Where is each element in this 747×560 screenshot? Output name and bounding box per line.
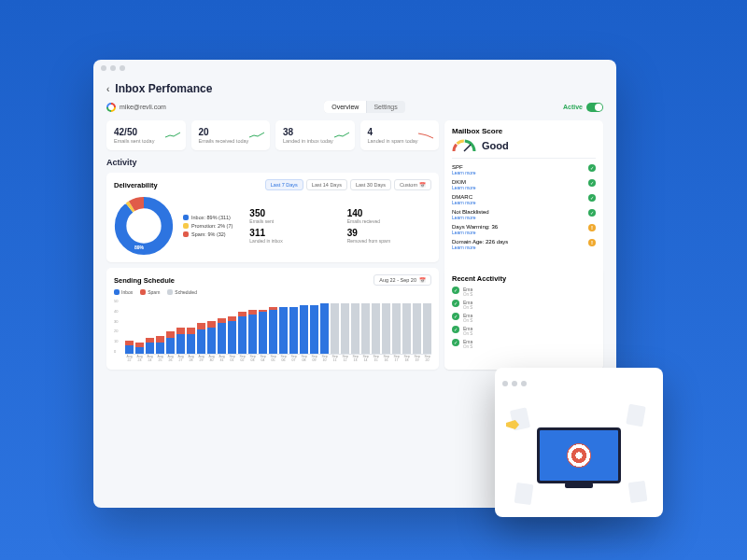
x-tick: Sep03 [248,356,257,363]
back-icon[interactable]: ‹ [106,84,109,94]
deliverability-title: Deliverability [114,181,158,189]
date-range-picker[interactable]: Aug 22 - Sep 20📅 [374,274,431,286]
check-item: Domain Age: 226 daysLearn more [452,239,596,250]
x-tick: Aug22 [125,356,134,363]
svg-line-0 [464,145,471,151]
bar-segment [413,303,421,354]
deliverability-card: Deliverability Last 7 Days Last 14 Days … [106,173,439,262]
sparkline-icon [249,126,264,133]
bar-column: Aug26 [166,299,175,354]
range-tabs: Last 7 Days Last 14 Days Last 30 Days Cu… [265,179,431,190]
check-item: DKIMLearn more [452,179,596,190]
warn-icon [588,224,596,231]
learn-more-link[interactable]: Learn more [452,170,476,175]
bar-column: Sep11 [331,299,339,354]
x-tick: Aug25 [156,356,164,363]
active-toggle[interactable] [586,103,603,112]
x-tick: Aug31 [218,356,226,363]
bar-segment [341,303,349,354]
tab-settings[interactable]: Settings [366,101,404,113]
bar-column: Sep06 [279,299,288,354]
stat-sent: 42/50 Emails sent today [106,120,186,150]
active-toggle-wrap: Active [563,103,603,112]
window-titlebar [93,60,616,77]
bar-column: Aug25 [156,299,164,354]
range-14d[interactable]: Last 14 Days [306,179,347,190]
deliverability-stats: 350Emails sent140Emails recieved311Lande… [249,208,431,244]
donut-chart: 89% 9% [114,196,174,256]
calendar-icon: 📅 [419,277,426,283]
calendar-icon: 📅 [419,182,426,188]
bar-segment [310,305,318,354]
legend-item: Spam: 9% (32) [183,231,233,237]
bar-column: Aug29 [197,299,205,354]
learn-more-link[interactable]: Learn more [452,230,498,235]
range-30d[interactable]: Last 30 Days [350,179,391,190]
mailbox-title: Mailbox Score [452,127,596,135]
bar-segment [248,315,257,354]
learn-more-link[interactable]: Learn more [452,245,508,250]
check-icon [452,313,459,320]
bar-column: Aug31 [218,299,226,354]
recent-item: EmaOn S [452,287,596,297]
bar-segment [156,343,164,354]
x-tick: Sep09 [310,356,318,363]
x-tick: Sep18 [402,356,411,363]
x-tick: Sep01 [228,356,236,363]
bar-segment [207,321,216,328]
traffic-light-close[interactable] [101,65,106,71]
x-tick: Sep19 [413,356,421,363]
x-tick: Sep04 [259,356,267,363]
stat-spam: 4 Landed in spam today [360,120,440,150]
deliv-stat: 350Emails sent [249,208,333,224]
x-tick: Aug29 [197,356,205,363]
bar-segment [176,328,185,334]
legend-item: Inbox: 89% (311) [183,215,233,220]
active-label: Active [563,104,583,110]
check-item: Days Warming: 36Learn more [452,224,596,235]
sparkline-icon [418,126,433,133]
target-icon [567,443,591,468]
traffic-light-max[interactable] [120,65,125,71]
view-tabs: Overview Settings [324,101,404,113]
page-title: Inbox Perfomance [115,82,212,95]
legend-item: Scheduled [167,289,197,295]
stat-received: 20 Emails received today [191,120,271,150]
range-7d[interactable]: Last 7 Days [265,179,303,190]
gauge-icon [452,139,476,152]
tab-overview[interactable]: Overview [324,101,366,113]
check-icon [452,326,459,333]
traffic-light-max[interactable] [521,381,527,386]
bar-column: Sep02 [238,299,247,354]
deliv-stat: 140Emails recieved [347,208,431,224]
illustration [502,399,655,511]
check-item: Not BlacklistedLearn more [452,209,596,220]
bar-segment [207,328,216,354]
bar-column: Aug28 [187,299,195,354]
bar-column: Sep03 [248,299,257,354]
bar-column: Sep10 [320,299,329,354]
bar-segment [176,334,185,354]
bar-column: Sep19 [413,299,421,354]
learn-more-link[interactable]: Learn more [452,200,476,205]
x-tick: Sep08 [300,356,308,363]
recent-list: EmaOn SEmaOn SEmaOn SEmaOn SEmaOn S [452,287,596,349]
traffic-light-min[interactable] [110,65,116,71]
traffic-light-min[interactable] [512,381,517,386]
check-icon [588,209,596,217]
donut-inbox-label: 89% [134,245,144,250]
popup-window [495,368,663,517]
check-icon [452,339,459,346]
x-tick: Aug23 [135,356,144,363]
bar-segment [146,343,154,354]
range-custom[interactable]: Custom📅 [394,179,431,190]
monitor-icon [537,427,621,483]
bar-segment [187,328,195,334]
swatch-icon [140,289,146,295]
learn-more-link[interactable]: Learn more [452,215,489,220]
swatch-icon [167,289,173,295]
learn-more-link[interactable]: Learn more [452,185,476,190]
traffic-light-close[interactable] [502,381,508,386]
swatch-icon [183,223,189,229]
stat-inbox: 38 Landed in inbox today [275,120,355,150]
